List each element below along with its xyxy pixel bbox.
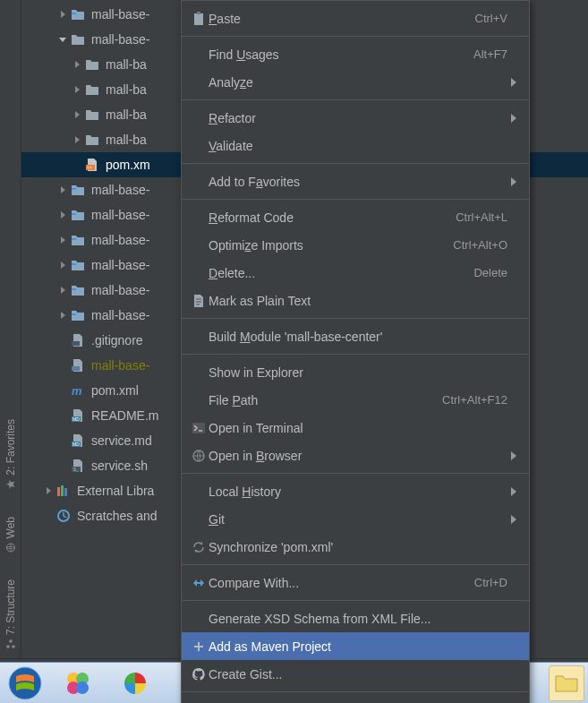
context-menu-item[interactable]: Add to Favorites: [182, 167, 529, 195]
context-menu-item[interactable]: Mark as Plain Text: [182, 287, 529, 314]
terminal-icon: [189, 422, 209, 434]
taskbar-app-1[interactable]: [52, 665, 104, 701]
menu-item-label: Open in Browser: [209, 449, 507, 463]
context-menu-item[interactable]: Validate: [182, 132, 529, 159]
context-menu-item[interactable]: Open in Terminal: [182, 414, 529, 442]
expand-arrow-icon[interactable]: [41, 484, 55, 498]
plaintext-icon: [189, 294, 209, 308]
tree-label: mall-base-: [91, 258, 149, 272]
gutter-web[interactable]: Web: [4, 517, 17, 553]
context-menu-item[interactable]: Add as Maven Project: [182, 632, 529, 660]
github-icon: [189, 667, 209, 682]
menu-item-label: Synchronize 'pom.xml': [209, 540, 507, 554]
expand-arrow-icon[interactable]: [70, 82, 84, 97]
context-menu-item[interactable]: Open in Browser: [182, 442, 529, 469]
context-menu-item[interactable]: Delete...Delete: [182, 259, 529, 287]
context-menu-item[interactable]: Analyze: [182, 68, 529, 96]
expand-arrow-icon: [55, 358, 70, 373]
expand-arrow-icon[interactable]: [55, 233, 70, 247]
menu-item-label: Generate XSD Schema from XML File...: [209, 612, 507, 626]
tree-label: mall-ba: [106, 133, 147, 147]
svg-text:m: m: [72, 384, 82, 398]
context-menu-item[interactable]: Reformat CodeCtrl+Alt+L: [182, 203, 529, 231]
context-menu-item[interactable]: PasteCtrl+V: [182, 4, 529, 32]
context-menu-separator: [182, 473, 529, 474]
folder-gray-icon: [84, 132, 100, 148]
menu-item-label: Add as Maven Project: [209, 639, 507, 654]
menu-item-label: File Path: [209, 393, 442, 407]
menu-item-label: Refactor: [209, 111, 507, 125]
folder-gray-icon: [84, 81, 100, 98]
context-menu-item[interactable]: Refactor: [182, 104, 529, 132]
taskbar-explorer[interactable]: [549, 665, 584, 701]
context-menu-separator: [182, 318, 529, 319]
gutter-structure[interactable]: 7: Structure: [4, 579, 17, 649]
context-menu-item[interactable]: Git: [182, 505, 529, 533]
context-menu-item[interactable]: Tail in Console: [182, 696, 529, 703]
svg-rect-34: [194, 13, 203, 25]
taskbar-app-2[interactable]: [109, 665, 161, 701]
expand-arrow-icon[interactable]: [55, 283, 70, 297]
tree-label: mall-base-: [91, 183, 149, 197]
context-menu-separator: [182, 163, 529, 164]
svg-rect-4: [72, 13, 76, 14]
folder-blue-icon: [70, 282, 86, 298]
menu-item-label: Open in Terminal: [209, 421, 507, 435]
context-menu-item[interactable]: File PathCtrl+Alt+F12: [182, 386, 529, 414]
context-menu-item[interactable]: Local History: [182, 477, 529, 505]
context-menu-item[interactable]: Build Module 'mall-base-center': [182, 322, 529, 350]
gutter-favorites[interactable]: 2: Favorites: [4, 419, 17, 490]
windows-orb-icon: [7, 665, 43, 701]
svg-text:MD: MD: [72, 442, 80, 447]
sync-icon: [189, 540, 209, 554]
context-menu-item[interactable]: Optimize ImportsCtrl+Alt+O: [182, 231, 529, 259]
tree-label: mall-base-: [91, 283, 149, 297]
expand-arrow-icon[interactable]: [55, 308, 70, 322]
menu-shortcut: Delete: [473, 266, 507, 279]
context-menu-separator: [182, 36, 529, 37]
expand-arrow-icon[interactable]: [55, 208, 70, 222]
expand-arrow-icon[interactable]: [70, 57, 84, 72]
menu-item-label: Find Usages: [209, 47, 473, 62]
context-menu-item[interactable]: Show in Explorer: [182, 358, 529, 386]
submenu-arrow-icon: [507, 449, 516, 463]
svg-rect-3: [9, 640, 12, 643]
menu-shortcut: Ctrl+D: [474, 576, 507, 589]
expand-arrow-icon[interactable]: [70, 133, 84, 147]
context-menu-item[interactable]: Compare With...Ctrl+D: [182, 569, 529, 596]
expand-arrow-icon: [55, 383, 70, 398]
folder-blue-icon: [70, 6, 86, 22]
xml-icon: <>: [84, 157, 100, 173]
menu-shortcut: Ctrl+V: [475, 12, 507, 25]
tree-label: pom.xm: [106, 158, 150, 172]
expand-arrow-icon: [55, 459, 70, 473]
expand-arrow-icon[interactable]: [55, 183, 70, 197]
menu-item-label: Compare With...: [209, 576, 474, 590]
tree-label: mall-ba: [106, 82, 147, 97]
sh-icon: $_: [70, 458, 86, 474]
svg-rect-35: [197, 12, 200, 14]
app-icon: [121, 669, 149, 698]
md-icon: MD: [70, 433, 86, 449]
tree-label: service.sh: [91, 459, 148, 473]
tree-label: mall-base-: [91, 358, 149, 373]
tree-label: mall-base-: [91, 233, 149, 247]
context-menu-item[interactable]: Synchronize 'pom.xml': [182, 533, 529, 561]
folder-icon: [554, 673, 579, 694]
expand-arrow-icon[interactable]: [70, 107, 84, 122]
expand-arrow-icon[interactable]: [55, 258, 70, 272]
svg-rect-14: [72, 366, 80, 371]
menu-item-label: Create Gist...: [209, 667, 507, 682]
expand-arrow-icon[interactable]: [55, 32, 70, 47]
context-menu-item[interactable]: Generate XSD Schema from XML File...: [182, 604, 529, 632]
tree-label: service.md: [91, 433, 152, 448]
expand-arrow-icon[interactable]: [55, 7, 70, 21]
gitignore-icon: [70, 332, 86, 348]
start-button[interactable]: [4, 665, 47, 701]
context-menu-item[interactable]: Create Gist...: [182, 660, 529, 688]
submenu-arrow-icon: [507, 75, 516, 90]
scratch-icon: [55, 508, 72, 524]
tree-label: mall-base-: [91, 208, 149, 222]
expand-arrow-icon: [55, 333, 70, 347]
context-menu-item[interactable]: Find UsagesAlt+F7: [182, 40, 529, 68]
